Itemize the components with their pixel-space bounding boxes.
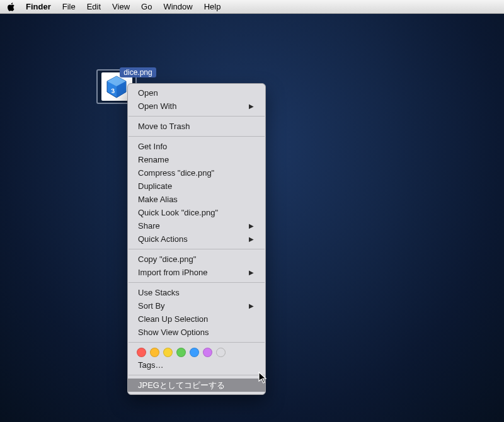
menu-item-get-info[interactable]: Get Info <box>128 140 265 153</box>
menu-item-open-with[interactable]: Open With ▶ <box>128 100 265 113</box>
menubar-item-view[interactable]: View <box>106 0 135 14</box>
menu-item-copy-as-jpeg[interactable]: JPEGとしてコピーする <box>128 379 265 392</box>
tag-color-row <box>128 346 265 358</box>
menu-item-import-from-iphone[interactable]: Import from iPhone ▶ <box>128 266 265 279</box>
menu-separator <box>129 282 265 283</box>
menu-item-make-alias[interactable]: Make Alias <box>128 193 265 206</box>
menu-separator <box>129 375 265 375</box>
menu-item-copy[interactable]: Copy "dice.png" <box>128 253 265 266</box>
menu-item-label: Tags… <box>138 359 163 371</box>
menu-item-label: JPEGとしてコピーする <box>138 379 225 391</box>
tag-none-icon[interactable] <box>216 348 226 357</box>
menu-item-label: Import from iPhone <box>138 266 208 278</box>
menu-item-clean-up-selection[interactable]: Clean Up Selection <box>128 312 265 326</box>
menu-item-label: Move to Trash <box>138 120 190 132</box>
menubar-item-edit[interactable]: Edit <box>81 0 106 14</box>
menu-item-share[interactable]: Share ▶ <box>128 219 265 232</box>
menu-separator <box>129 136 265 137</box>
tag-blue-icon[interactable] <box>190 348 199 357</box>
menu-item-label: Rename <box>138 154 169 166</box>
submenu-arrow-icon: ▶ <box>249 220 254 232</box>
menu-item-compress[interactable]: Compress "dice.png" <box>128 166 265 180</box>
menubar-item-go[interactable]: Go <box>135 0 158 14</box>
menubar-item-file[interactable]: File <box>57 0 81 14</box>
menu-item-label: Quick Actions <box>138 233 188 245</box>
submenu-arrow-icon: ▶ <box>249 300 254 312</box>
file-label: dice.png <box>120 67 156 77</box>
menu-item-label: Duplicate <box>138 180 172 192</box>
menubar-item-window[interactable]: Window <box>158 0 198 14</box>
menu-item-label: Quick Look "dice.png" <box>138 207 218 219</box>
tag-orange-icon[interactable] <box>150 348 159 357</box>
menu-item-label: Get Info <box>138 140 167 152</box>
menu-item-label: Compress "dice.png" <box>138 167 214 179</box>
menu-item-sort-by[interactable]: Sort By ▶ <box>128 299 265 312</box>
menu-item-quick-actions[interactable]: Quick Actions ▶ <box>128 232 265 246</box>
tag-purple-icon[interactable] <box>203 348 212 357</box>
menu-item-rename[interactable]: Rename <box>128 153 265 166</box>
menu-item-use-stacks[interactable]: Use Stacks <box>128 286 265 299</box>
submenu-arrow-icon: ▶ <box>249 266 254 278</box>
menu-item-move-to-trash[interactable]: Move to Trash <box>128 120 265 133</box>
tag-yellow-icon[interactable] <box>163 348 173 357</box>
tag-red-icon[interactable] <box>137 348 146 357</box>
menu-item-label: Sort By <box>138 300 165 312</box>
menu-item-open[interactable]: Open <box>128 86 265 100</box>
menu-item-label: Copy "dice.png" <box>138 253 196 265</box>
menubar-item-help[interactable]: Help <box>198 0 227 14</box>
menu-item-label: Open <box>138 87 158 99</box>
menu-item-quick-look[interactable]: Quick Look "dice.png" <box>128 206 265 219</box>
menu-separator <box>129 116 265 117</box>
submenu-arrow-icon: ▶ <box>249 233 254 245</box>
tag-green-icon[interactable] <box>176 348 186 357</box>
menubar[interactable]: Finder File Edit View Go Window Help <box>0 0 504 14</box>
menu-separator <box>129 342 265 343</box>
context-menu: Open Open With ▶ Move to Trash Get Info … <box>127 83 266 395</box>
menu-item-label: Open With <box>138 100 176 112</box>
menu-item-label: Use Stacks <box>138 287 180 299</box>
menu-item-tags[interactable]: Tags… <box>128 358 265 372</box>
menu-item-label: Share <box>138 220 160 232</box>
submenu-arrow-icon: ▶ <box>249 100 254 112</box>
menu-item-label: Make Alias <box>138 193 178 205</box>
menu-item-label: Show View Options <box>138 326 209 338</box>
menubar-app-name[interactable]: Finder <box>20 0 57 14</box>
menu-item-show-view-options[interactable]: Show View Options <box>128 326 265 339</box>
menu-separator <box>129 249 265 249</box>
menu-item-label: Clean Up Selection <box>138 313 208 325</box>
apple-menu-icon[interactable] <box>5 3 16 11</box>
menu-item-duplicate[interactable]: Duplicate <box>128 180 265 193</box>
